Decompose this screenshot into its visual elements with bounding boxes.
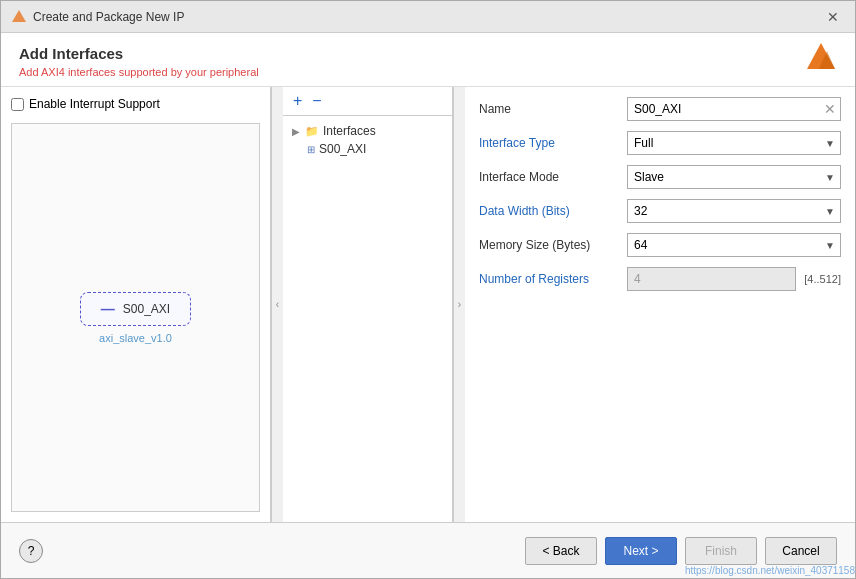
data-width-select[interactable]: 32 64 128 [627,199,841,223]
add-interface-button[interactable]: + [291,93,304,109]
form-row-name: Name ✕ [479,97,841,121]
header-section: Add Interfaces Add AXI4 interfaces suppo… [1,33,855,87]
right-panel: Name ✕ Interface Type Full Lite ▼ [465,87,855,522]
interface-mode-select-wrapper: Slave Master ▼ [627,165,841,189]
data-width-select-wrapper: 32 64 128 ▼ [627,199,841,223]
app-icon [11,9,27,25]
form-row-data-width: Data Width (Bits) 32 64 128 ▼ [479,199,841,223]
label-num-registers: Number of Registers [479,272,619,286]
interfaces-tree: ▶ 📁 Interfaces ⊞ S00_AXI [283,116,452,522]
label-memory-size: Memory Size (Bytes) [479,238,619,252]
interface-type-select[interactable]: Full Lite [627,131,841,155]
footer-left: ? [19,539,43,563]
label-name: Name [479,102,619,116]
interrupt-checkbox-row[interactable]: Enable Interrupt Support [11,97,260,111]
folder-collapse-arrow: ▶ [291,126,301,137]
mid-panel: + − ▶ 📁 Interfaces ⊞ S00_AXI [283,87,453,522]
label-interface-mode: Interface Mode [479,170,619,184]
form-row-interface-mode: Interface Mode Slave Master ▼ [479,165,841,189]
footer-right: < Back Next > Finish Cancel [525,537,837,565]
footer: ? < Back Next > Finish Cancel [1,522,855,578]
num-registers-input[interactable] [627,267,796,291]
form-row-num-registers: Number of Registers [4..512] [479,267,841,291]
finish-button[interactable]: Finish [685,537,757,565]
interface-type-select-wrapper: Full Lite ▼ [627,131,841,155]
close-button[interactable]: ✕ [821,8,845,26]
remove-interface-button[interactable]: − [310,93,323,109]
interface-mode-select[interactable]: Slave Master [627,165,841,189]
title-bar: Create and Package New IP ✕ [1,1,855,33]
header-subtitle: Add AXI4 interfaces supported by your pe… [19,66,837,78]
ip-canvas: — S00_AXI axi_slave_v1.0 [11,123,260,512]
memory-size-select[interactable]: 64 128 256 [627,233,841,257]
left-collapse-handle[interactable]: ‹ [271,87,283,522]
main-content: Enable Interrupt Support — S00_AXI axi_s… [1,87,855,522]
cancel-button[interactable]: Cancel [765,537,837,565]
next-button[interactable]: Next > [605,537,677,565]
mid-toolbar: + − [283,87,452,116]
name-clear-button[interactable]: ✕ [820,101,840,117]
name-input[interactable] [628,102,820,116]
interrupt-checkbox-label: Enable Interrupt Support [29,97,160,111]
svg-marker-0 [12,10,26,22]
ip-block-label: S00_AXI [123,302,170,316]
tree-item-icon: ⊞ [307,144,315,155]
folder-icon: 📁 [305,125,319,138]
logo-corner [805,41,837,76]
tree-item-s00-axi[interactable]: ⊞ S00_AXI [287,140,448,158]
label-data-width: Data Width (Bits) [479,204,619,218]
back-button[interactable]: < Back [525,537,597,565]
enable-interrupt-checkbox[interactable] [11,98,24,111]
right-collapse-handle[interactable]: › [453,87,465,522]
form-row-interface-type: Interface Type Full Lite ▼ [479,131,841,155]
help-button[interactable]: ? [19,539,43,563]
tree-item-label: S00_AXI [319,142,366,156]
memory-size-select-wrapper: 64 128 256 ▼ [627,233,841,257]
ip-block: — S00_AXI [80,292,191,326]
label-interface-type: Interface Type [479,136,619,150]
tree-folder-interfaces: ▶ 📁 Interfaces [287,122,448,140]
ip-block-sub: axi_slave_v1.0 [99,332,172,344]
dialog: Create and Package New IP ✕ Add Interfac… [0,0,856,579]
name-input-wrapper[interactable]: ✕ [627,97,841,121]
tree-folder-label: Interfaces [323,124,376,138]
form-row-memory-size: Memory Size (Bytes) 64 128 256 ▼ [479,233,841,257]
header-title: Add Interfaces [19,45,837,62]
registers-range-label: [4..512] [804,273,841,285]
ip-block-dash-icon: — [101,301,115,317]
title-bar-left: Create and Package New IP [11,9,184,25]
vivado-logo [805,41,837,73]
left-panel: Enable Interrupt Support — S00_AXI axi_s… [1,87,271,522]
dialog-title: Create and Package New IP [33,10,184,24]
